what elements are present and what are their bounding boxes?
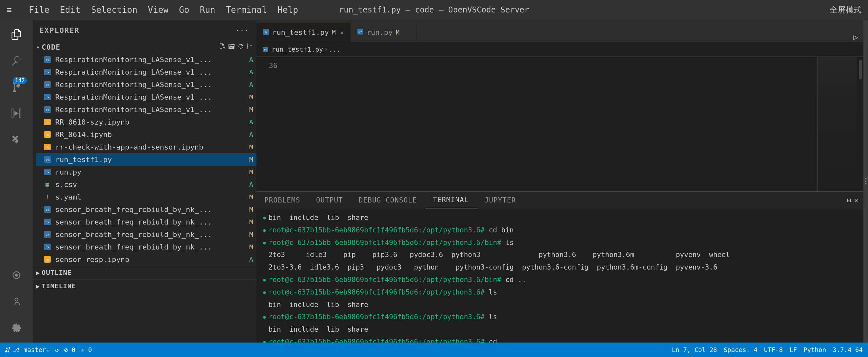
file-name: s.yaml <box>55 193 247 201</box>
terminal-text: 2to3-3.6 idle3.6 pip3 pydoc3 python pyth… <box>268 261 857 274</box>
sidebar-more-button[interactable]: ··· <box>234 25 250 36</box>
error-count[interactable]: ⊘ 0 <box>64 346 75 353</box>
file-item[interactable]: ! s.yaml M <box>36 191 256 203</box>
activity-explorer[interactable] <box>5 23 28 46</box>
file-status-badge: A <box>249 56 253 63</box>
outline-label: OUTLINE <box>42 268 72 277</box>
panel-area: PROBLEMS OUTPUT DEBUG CONSOLE TERMINAL J… <box>256 191 863 343</box>
terminal-text: root@c-637b15bb-6eb9869bfc1f496fb5d6:/op… <box>268 286 857 299</box>
tab-filename: run_testf1.py <box>272 28 329 36</box>
code-area[interactable] <box>283 60 817 188</box>
python-version[interactable]: 3.7.4 64 <box>833 346 863 353</box>
file-item[interactable]: py RespirationMonitoring_LASense_v1_... … <box>36 66 256 78</box>
tab-output[interactable]: OUTPUT <box>308 192 351 208</box>
indent-size[interactable]: Spaces: 4 <box>724 346 757 353</box>
svg-text:nb: nb <box>46 258 49 261</box>
terminal-line: ● 2to3 idle3 pip pip3.6 pydoc3.6 python3… <box>263 249 857 261</box>
tab-bar: py run_testf1.py M ✕ py run.py M ▷ <box>256 20 863 42</box>
file-item[interactable]: py sensor_breath_freq_rebiuld_by_nk_... … <box>36 240 256 253</box>
svg-text:py: py <box>46 58 49 62</box>
svg-text:py: py <box>46 221 49 224</box>
panel-close-icon[interactable]: ✕ <box>854 196 858 204</box>
new-folder-icon[interactable] <box>228 43 235 51</box>
menu-terminal[interactable]: Terminal <box>226 5 267 15</box>
breadcrumb-symbol[interactable]: ... <box>329 45 341 53</box>
activity-source-control[interactable]: 142 <box>5 75 28 99</box>
cursor-position[interactable]: Ln 7, Col 28 <box>672 346 717 353</box>
activity-extensions[interactable] <box>5 128 28 151</box>
sync-status[interactable]: ↺ <box>55 346 59 353</box>
file-item[interactable]: py RespirationMonitoring_LASense_v1_... … <box>36 91 256 103</box>
menu-edit[interactable]: Edit <box>60 5 81 15</box>
menu-bar[interactable]: ≡ File Edit Selection View Go Run Termin… <box>7 5 298 15</box>
file-item[interactable]: py RespirationMonitoring_LASense_v1_... … <box>36 53 256 66</box>
activity-bottom <box>5 264 28 339</box>
menu-file[interactable]: File <box>29 5 50 15</box>
file-status-badge: M <box>249 168 253 176</box>
menu-view[interactable]: View <box>148 5 169 15</box>
activity-search[interactable] <box>5 49 28 72</box>
right-resize-handle[interactable] <box>863 20 868 343</box>
section-icons <box>219 43 253 51</box>
breadcrumb-file[interactable]: py run_testf1.py <box>263 45 323 53</box>
encoding[interactable]: UTF-8 <box>764 346 783 353</box>
collapse-all-icon[interactable] <box>247 43 253 51</box>
file-item[interactable]: py run.py M <box>36 166 256 178</box>
terminal-content[interactable]: ● bin include lib share ● root@c-637b15b… <box>256 208 863 343</box>
file-item[interactable]: ▦ s.csv A <box>36 178 256 191</box>
app-icon: ≡ <box>7 5 12 15</box>
terminal-line: ● 2to3-3.6 idle3.6 pip3 pydoc3 python py… <box>263 261 857 274</box>
line-ending[interactable]: LF <box>789 346 797 353</box>
file-item[interactable]: nb RR_0614.ipynb A <box>36 128 256 141</box>
svg-text:py: py <box>46 83 49 87</box>
panel-split-icon[interactable]: ⊡ <box>847 196 851 204</box>
tab-jupyter[interactable]: JUPYTER <box>477 192 524 208</box>
python-version-text: 3.7.4 64 <box>833 346 863 353</box>
refresh-icon[interactable] <box>237 43 244 51</box>
file-item[interactable]: nb sensor-resp.ipynb A <box>36 253 256 266</box>
outline-header[interactable]: ▶ OUTLINE <box>33 266 256 279</box>
terminal-text: bin include lib share <box>268 299 857 311</box>
file-name: RespirationMonitoring_LASense_v1_... <box>55 93 247 101</box>
editor-scrollbar[interactable] <box>857 57 863 191</box>
tab-terminal[interactable]: TERMINAL <box>425 192 476 208</box>
line-number: 36 <box>256 60 278 71</box>
menu-go[interactable]: Go <box>179 5 189 15</box>
file-item[interactable]: py sensor_breath_freq_rebiuld_by_nk_... … <box>36 203 256 216</box>
file-item[interactable]: py RespirationMonitoring_LASense_v1_... … <box>36 78 256 91</box>
tab-debug-console[interactable]: DEBUG CONSOLE <box>351 192 425 208</box>
file-item[interactable]: py RespirationMonitoring_LASense_v1_... … <box>36 103 256 116</box>
menu-help[interactable]: Help <box>278 5 298 15</box>
svg-text:py: py <box>265 31 268 34</box>
tab-run-testf1[interactable]: py run_testf1.py M ✕ <box>256 23 351 42</box>
activity-run[interactable] <box>5 102 28 125</box>
file-item[interactable]: nb RR_0610-szy.ipynb A <box>36 116 256 128</box>
line-ending-text: LF <box>789 346 797 353</box>
file-item[interactable]: nb rr-check-with-app-and-sensor.ipynb M <box>36 141 256 153</box>
terminal-line: ● bin include lib share <box>263 299 857 311</box>
fullscreen-label[interactable]: 全屏模式 <box>830 5 861 15</box>
run-file-button[interactable]: ▷ <box>854 33 858 42</box>
activity-account[interactable] <box>5 290 28 313</box>
file-name: RespirationMonitoring_LASense_v1_... <box>55 80 247 89</box>
tab-close-button[interactable]: ✕ <box>340 29 344 36</box>
file-item[interactable]: py sensor_breath_freq_rebiuld_by_nk_... … <box>36 216 256 228</box>
activity-remote[interactable] <box>5 264 28 287</box>
activity-settings[interactable] <box>5 316 28 339</box>
menu-selection[interactable]: Selection <box>91 5 137 15</box>
editor-content[interactable]: 36 <box>256 57 817 191</box>
file-item[interactable]: py sensor_breath_freq_rebiuld_by_nk_... … <box>36 228 256 240</box>
timeline-header[interactable]: ▶ TIMELINE <box>33 280 256 293</box>
file-item-run-testf1[interactable]: py run_testf1.py M <box>36 153 256 166</box>
code-section-label: CODE <box>42 43 61 51</box>
branch-status[interactable]: ⎇ master+ <box>5 346 50 353</box>
menu-run[interactable]: Run <box>200 5 215 15</box>
tab-run-py[interactable]: py run.py M <box>351 23 416 42</box>
encoding-text: UTF-8 <box>764 346 783 353</box>
code-section-header[interactable]: ▾ CODE <box>33 41 256 53</box>
tab-problems[interactable]: PROBLEMS <box>256 192 308 208</box>
language-mode[interactable]: Python <box>804 346 826 353</box>
terminal-prompt-dot: ● <box>263 288 266 296</box>
warning-count[interactable]: ⚠ 0 <box>81 346 92 353</box>
new-file-icon[interactable] <box>219 43 225 51</box>
